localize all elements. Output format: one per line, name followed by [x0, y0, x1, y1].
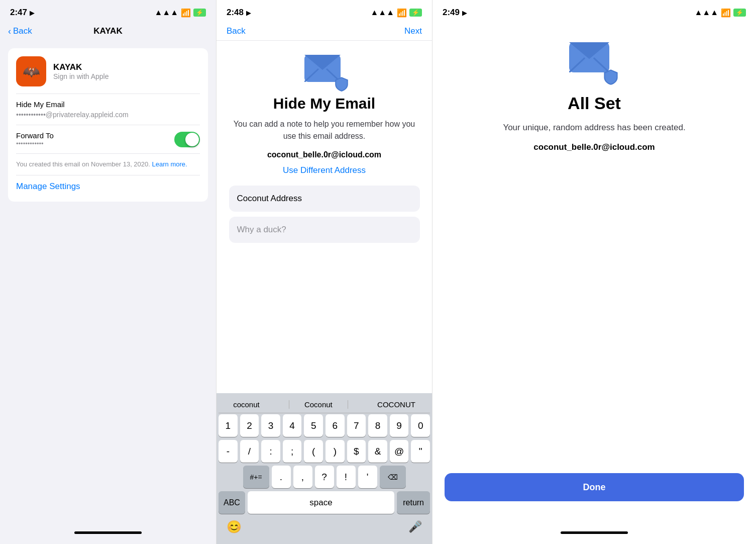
key-8[interactable]: 8 [368, 414, 387, 437]
hide-email-section: Hide My Email ••••••••••••@privaterelay.… [16, 94, 200, 125]
wifi-icon-2: 📶 [397, 8, 407, 18]
done-button-wrap: Done [433, 473, 756, 531]
signal-icon-1: ▲▲▲ [154, 8, 178, 17]
key-dash[interactable]: - [219, 440, 238, 463]
delete-key[interactable]: ⌫ [380, 466, 406, 488]
shield-icon [334, 76, 350, 92]
chevron-left-icon-1: ‹ [8, 26, 11, 37]
status-bar-1: 2:47 ▶ ▲▲▲ 📶 ⚡ [0, 0, 216, 22]
key-6[interactable]: 6 [326, 414, 345, 437]
keyboard-row-symbols: - / : ; ( ) $ & @ " [219, 440, 430, 463]
signal-icon-3: ▲▲▲ [694, 8, 718, 17]
autocomplete-option-2[interactable]: Coconut [289, 400, 348, 409]
app-header: 🦇 KAYAK Sign in with Apple [16, 56, 200, 94]
key-dollar[interactable]: $ [347, 440, 366, 463]
forward-section: Forward To •••••••••••• [16, 125, 200, 154]
hide-email-value: ••••••••••••@privaterelay.appleid.com [16, 111, 200, 119]
keyboard-row-special: #+= . , ? ! ' ⌫ [219, 466, 430, 488]
manage-settings-button[interactable]: Manage Settings [16, 175, 200, 194]
key-space[interactable]: space [248, 491, 394, 514]
signal-icon-2: ▲▲▲ [370, 8, 394, 17]
key-at[interactable]: @ [390, 440, 409, 463]
forward-info: Forward To •••••••••••• [16, 131, 54, 147]
key-exclaim[interactable]: ! [337, 466, 356, 488]
autocomplete-bar: coconut Coconut COCONUT [219, 397, 430, 413]
key-open-paren[interactable]: ( [304, 440, 323, 463]
emoji-icon[interactable]: 😊 [227, 520, 242, 534]
status-time-1: 2:47 [10, 8, 27, 18]
all-set-description: Your unique, random address has been cre… [473, 121, 715, 134]
key-semicolon[interactable]: ; [283, 440, 302, 463]
key-0[interactable]: 0 [411, 414, 430, 437]
panel-all-set: 2:49 ▶ ▲▲▲ 📶 ⚡ All Set Your unique, rand… [432, 0, 756, 544]
app-info: KAYAK Sign in with Apple [53, 62, 109, 80]
use-different-address-link[interactable]: Use Different Address [283, 165, 366, 175]
key-5[interactable]: 5 [304, 414, 323, 437]
panel1-content: 🦇 KAYAK Sign in with Apple Hide My Email… [0, 40, 216, 218]
forward-value: •••••••••••• [16, 140, 54, 147]
key-9[interactable]: 9 [390, 414, 409, 437]
autocomplete-option-3[interactable]: COCONUT [377, 400, 415, 409]
location-icon-3: ▶ [462, 9, 467, 17]
key-return[interactable]: return [397, 491, 430, 514]
status-time-3: 2:49 [443, 8, 460, 18]
done-button[interactable]: Done [445, 473, 744, 501]
app-subtitle: Sign in with Apple [53, 72, 109, 80]
all-set-email: coconut_belle.0r@icloud.com [533, 142, 655, 152]
app-icon: 🦇 [16, 56, 46, 86]
wifi-icon-1: 📶 [181, 8, 191, 18]
wifi-icon-3: 📶 [721, 8, 731, 18]
svg-text:🦇: 🦇 [23, 63, 40, 80]
panel3-body: All Set Your unique, random address has … [433, 22, 756, 473]
learn-more-link[interactable]: Learn more. [152, 160, 187, 168]
hide-email-title: Hide My Email [273, 95, 375, 112]
nav-bar-2: Back Next [217, 22, 432, 41]
key-apostrophe[interactable]: ' [358, 466, 377, 488]
key-abc[interactable]: ABC [219, 491, 245, 514]
all-set-title: All Set [568, 94, 621, 113]
key-7[interactable]: 7 [347, 414, 366, 437]
location-icon-1: ▶ [30, 9, 35, 17]
hide-email-label: Hide My Email [16, 100, 200, 109]
forward-label: Forward To [16, 131, 54, 140]
note-input[interactable] [229, 217, 420, 243]
next-button[interactable]: Next [404, 26, 422, 36]
key-1[interactable]: 1 [219, 414, 238, 437]
battery-icon-3: ⚡ [733, 9, 746, 17]
app-card: 🦇 KAYAK Sign in with Apple Hide My Email… [8, 48, 208, 202]
key-4[interactable]: 4 [283, 414, 302, 437]
created-text: You created this email on November 13, 2… [16, 154, 200, 175]
key-comma[interactable]: , [293, 466, 312, 488]
hide-email-icon-wrap [304, 55, 345, 89]
key-period[interactable]: . [272, 466, 291, 488]
home-indicator-3 [433, 531, 756, 544]
microphone-icon[interactable]: 🎤 [408, 520, 422, 533]
panel2-body: Hide My Email You can add a note to help… [217, 41, 432, 544]
status-time-2: 2:48 [227, 8, 244, 18]
key-slash[interactable]: / [240, 440, 259, 463]
all-set-icon-wrap [569, 42, 619, 82]
kayak-logo-icon: 🦇 [21, 61, 41, 81]
location-icon-2: ▶ [246, 9, 251, 17]
shield-icon-3 [602, 68, 619, 85]
home-indicator-1 [0, 531, 216, 544]
key-ampersand[interactable]: & [368, 440, 387, 463]
hide-email-description: You can add a note to help you remember … [217, 118, 432, 142]
status-icons-1: ▲▲▲ 📶 ⚡ [154, 8, 206, 18]
back-button-1[interactable]: ‹ Back [8, 26, 32, 37]
key-numpad[interactable]: #+= [243, 466, 269, 488]
key-colon[interactable]: : [261, 440, 280, 463]
envelope-icon-3 [569, 42, 609, 72]
autocomplete-option-1[interactable]: coconut [233, 400, 260, 409]
forward-toggle[interactable] [174, 132, 200, 147]
keyboard-extras: 😊 🎤 [219, 516, 430, 542]
address-label-input[interactable] [229, 186, 420, 212]
key-quote[interactable]: " [411, 440, 430, 463]
status-bar-2: 2:48 ▶ ▲▲▲ 📶 ⚡ [217, 0, 432, 22]
key-close-paren[interactable]: ) [326, 440, 345, 463]
key-2[interactable]: 2 [240, 414, 259, 437]
back-button-2[interactable]: Back [227, 26, 246, 36]
nav-bar-1: ‹ Back KAYAK [0, 22, 216, 40]
key-3[interactable]: 3 [261, 414, 280, 437]
key-question[interactable]: ? [315, 466, 334, 488]
